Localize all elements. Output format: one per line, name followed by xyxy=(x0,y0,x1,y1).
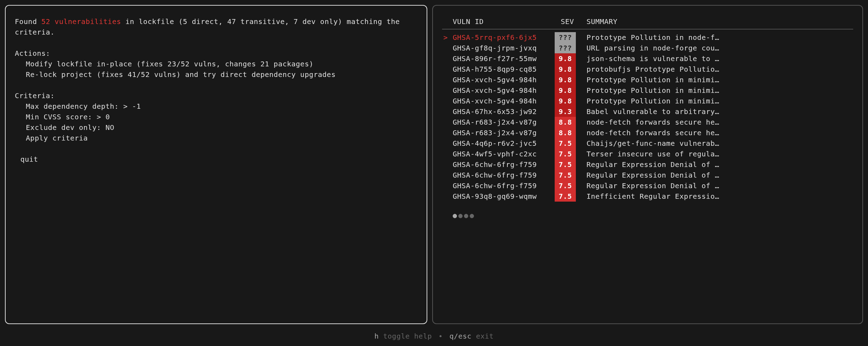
criteria-min-cvss[interactable]: Min CVSS score: > 0 xyxy=(15,112,417,122)
cell-summary: Prototype Pollution in node-f… xyxy=(580,32,853,43)
table-row[interactable]: GHSA-r683-j2x4-v87g8.8node-fetch forward… xyxy=(442,117,853,127)
cell-vuln-id: GHSA-r683-j2x4-v87g xyxy=(453,117,555,127)
footer-hints: h toggle help • q/esc exit xyxy=(0,329,868,346)
table-row[interactable]: GHSA-xvch-5gv4-984h9.8Prototype Pollutio… xyxy=(442,96,853,106)
cell-severity: 8.8 xyxy=(555,127,576,138)
vuln-table-panel: VULN ID SEV SUMMARY >GHSA-5rrq-pxf6-6jx5… xyxy=(432,5,863,324)
cell-severity: 7.5 xyxy=(555,170,576,180)
header-sev: SEV xyxy=(555,16,580,27)
cell-severity: 7.5 xyxy=(555,138,576,149)
table-row[interactable]: GHSA-xvch-5gv4-984h9.8Prototype Pollutio… xyxy=(442,74,853,85)
cell-vuln-id: GHSA-6chw-6frg-f759 xyxy=(453,170,555,180)
cell-summary: Chaijs/get-func-name vulnerab… xyxy=(580,138,853,149)
vuln-count: 52 vulnerabilities xyxy=(41,17,121,26)
table-row[interactable]: GHSA-r683-j2x4-v87g8.8node-fetch forward… xyxy=(442,127,853,138)
table-row[interactable]: GHSA-6chw-6frg-f7597.5Regular Expression… xyxy=(442,159,853,170)
cell-severity: 7.5 xyxy=(555,149,576,159)
cell-severity: 9.3 xyxy=(555,106,576,117)
cell-severity: 7.5 xyxy=(555,191,576,202)
cell-severity: ??? xyxy=(555,32,576,43)
footer-separator: • xyxy=(439,332,443,340)
cell-vuln-id: GHSA-5rrq-pxf6-6jx5 xyxy=(453,32,555,43)
row-caret-icon: > xyxy=(442,32,453,43)
cell-summary: json-schema is vulnerable to … xyxy=(580,53,853,64)
cell-vuln-id: GHSA-r683-j2x4-v87g xyxy=(453,127,555,138)
header-summary: SUMMARY xyxy=(580,16,853,27)
cell-vuln-id: GHSA-xvch-5gv4-984h xyxy=(453,74,555,85)
quit-text: exit xyxy=(476,332,494,340)
cell-severity: 9.8 xyxy=(555,96,576,106)
table-row[interactable]: >GHSA-5rrq-pxf6-6jx5???Prototype Polluti… xyxy=(442,32,853,43)
quit-key: q/esc xyxy=(450,332,472,340)
cell-severity: 9.8 xyxy=(555,74,576,85)
cell-summary: URL parsing in node-forge cou… xyxy=(580,43,853,53)
actions-panel: Found 52 vulnerabilities in lockfile (5 … xyxy=(5,5,427,324)
cell-summary: Terser insecure use of regula… xyxy=(580,149,853,159)
table-row[interactable]: GHSA-896r-f27r-55mw9.8json-schema is vul… xyxy=(442,53,853,64)
table-row[interactable]: GHSA-h755-8qp9-cq859.8protobufjs Prototy… xyxy=(442,64,853,74)
table-row[interactable]: GHSA-6chw-6frg-f7597.5Regular Expression… xyxy=(442,180,853,191)
cell-summary: Babel vulnerable to arbitrary… xyxy=(580,106,853,117)
cell-severity: 8.8 xyxy=(555,117,576,127)
cell-summary: Prototype Pollution in minimi… xyxy=(580,96,853,106)
cell-severity: 7.5 xyxy=(555,180,576,191)
cell-summary: node-fetch forwards secure he… xyxy=(580,117,853,127)
cell-severity: ??? xyxy=(555,43,576,53)
criteria-apply[interactable]: Apply criteria xyxy=(15,133,417,143)
cell-vuln-id: GHSA-gf8q-jrpm-jvxq xyxy=(453,43,555,53)
cell-summary: Inefficient Regular Expressio… xyxy=(580,191,853,202)
actions-label: Actions: xyxy=(15,48,417,59)
criteria-exclude-dev[interactable]: Exclude dev only: NO xyxy=(15,122,417,133)
found-summary: Found 52 vulnerabilities in lockfile (5 … xyxy=(15,16,417,37)
help-text: toggle help xyxy=(383,332,432,340)
cell-summary: Prototype Pollution in minimi… xyxy=(580,74,853,85)
cell-severity: 9.8 xyxy=(555,53,576,64)
criteria-label: Criteria: xyxy=(15,90,417,101)
table-row[interactable]: GHSA-93q8-gq69-wqmw7.5Inefficient Regula… xyxy=(442,191,853,202)
cell-summary: Regular Expression Denial of … xyxy=(580,170,853,180)
table-row[interactable]: GHSA-gf8q-jrpm-jvxq???URL parsing in nod… xyxy=(442,43,853,53)
cell-vuln-id: GHSA-4q6p-r6v2-jvc5 xyxy=(453,138,555,149)
action-relock-project[interactable]: Re-lock project (fixes 41/52 vulns) and … xyxy=(15,69,417,80)
cell-vuln-id: GHSA-67hx-6x53-jw92 xyxy=(453,106,555,117)
criteria-block: Criteria: Max dependency depth: > -1 Min… xyxy=(15,90,417,143)
actions-block: Actions: Modify lockfile in-place (fixes… xyxy=(15,48,417,80)
cell-vuln-id: GHSA-6chw-6frg-f759 xyxy=(453,180,555,191)
cell-severity: 9.8 xyxy=(555,64,576,74)
table-body: >GHSA-5rrq-pxf6-6jx5???Prototype Polluti… xyxy=(442,32,853,202)
table-row[interactable]: GHSA-67hx-6x53-jw929.3Babel vulnerable t… xyxy=(442,106,853,117)
cell-summary: Regular Expression Denial of … xyxy=(580,159,853,170)
pagination-dots[interactable]: ●●●● xyxy=(442,210,853,221)
cell-summary: Regular Expression Denial of … xyxy=(580,180,853,191)
cell-vuln-id: GHSA-896r-f27r-55mw xyxy=(453,53,555,64)
cell-summary: Prototype Pollution in minimi… xyxy=(580,85,853,96)
quit-action[interactable]: quit xyxy=(15,154,417,165)
found-prefix: Found xyxy=(15,17,41,26)
header-vuln-id: VULN ID xyxy=(453,16,555,27)
cell-vuln-id: GHSA-4wf5-vphf-c2xc xyxy=(453,149,555,159)
cell-severity: 7.5 xyxy=(555,159,576,170)
table-row[interactable]: GHSA-xvch-5gv4-984h9.8Prototype Pollutio… xyxy=(442,85,853,96)
cell-vuln-id: GHSA-h755-8qp9-cq85 xyxy=(453,64,555,74)
table-row[interactable]: GHSA-6chw-6frg-f7597.5Regular Expression… xyxy=(442,170,853,180)
cell-severity: 9.8 xyxy=(555,85,576,96)
cell-vuln-id: GHSA-xvch-5gv4-984h xyxy=(453,85,555,96)
cell-vuln-id: GHSA-93q8-gq69-wqmw xyxy=(453,191,555,202)
cell-summary: node-fetch forwards secure he… xyxy=(580,127,853,138)
cell-vuln-id: GHSA-6chw-6frg-f759 xyxy=(453,159,555,170)
table-row[interactable]: GHSA-4wf5-vphf-c2xc7.5Terser insecure us… xyxy=(442,149,853,159)
table-header: VULN ID SEV SUMMARY xyxy=(442,16,853,29)
action-modify-lockfile[interactable]: Modify lockfile in-place (fixes 23/52 vu… xyxy=(15,59,417,69)
table-row[interactable]: GHSA-4q6p-r6v2-jvc57.5Chaijs/get-func-na… xyxy=(442,138,853,149)
cell-vuln-id: GHSA-xvch-5gv4-984h xyxy=(453,96,555,106)
help-key: h xyxy=(374,332,379,340)
criteria-max-depth[interactable]: Max dependency depth: > -1 xyxy=(15,101,417,112)
cell-summary: protobufjs Prototype Pollutio… xyxy=(580,64,853,74)
